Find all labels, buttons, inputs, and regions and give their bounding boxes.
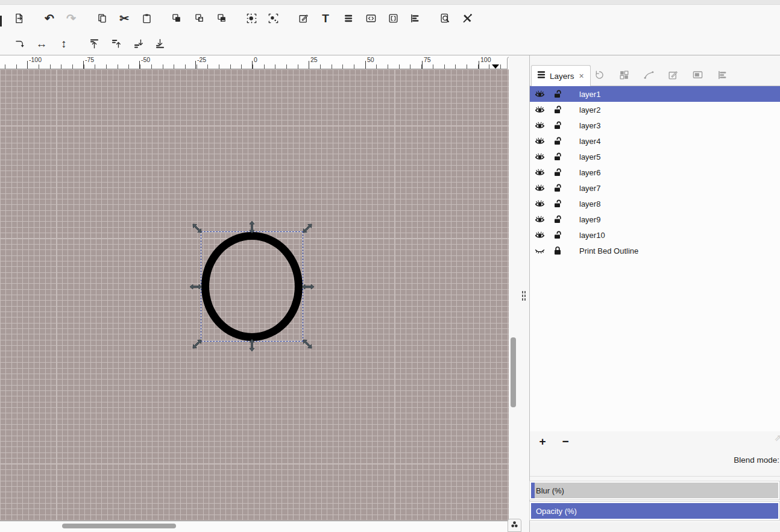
- text-tool-icon[interactable]: T: [319, 12, 332, 24]
- eye-open-icon[interactable]: [535, 167, 545, 178]
- layer-row[interactable]: layer5: [530, 149, 780, 164]
- preferences-icon[interactable]: [461, 12, 473, 24]
- ruler-tick-label: -50: [141, 56, 150, 63]
- eye-open-icon[interactable]: [535, 89, 545, 99]
- layer-row[interactable]: layer7: [530, 180, 780, 196]
- lock-open-icon[interactable]: [552, 136, 562, 146]
- ruler-tick: [309, 61, 309, 69]
- layer-row[interactable]: layer3: [530, 117, 780, 133]
- rotate-90-icon[interactable]: [13, 37, 25, 49]
- layers-dialog-icon[interactable]: [342, 12, 354, 24]
- layer-row[interactable]: Print Bed Outline: [530, 243, 780, 258]
- lock-open-icon[interactable]: [552, 183, 562, 193]
- raise-icon[interactable]: [110, 37, 122, 49]
- canvas[interactable]: [0, 69, 509, 521]
- eye-open-icon[interactable]: [535, 230, 545, 240]
- ruler-tick-label: 25: [310, 56, 318, 63]
- scale-handle-e[interactable]: [301, 280, 315, 293]
- layers-icon: [536, 70, 546, 82]
- lower-icon[interactable]: [132, 37, 144, 49]
- lock-open-icon[interactable]: [552, 105, 562, 115]
- ruler-tick: [139, 61, 140, 69]
- align-panel-icon[interactable]: [717, 69, 729, 81]
- tab-layers[interactable]: Layers ×: [531, 65, 591, 86]
- lower-to-bottom-icon[interactable]: [154, 37, 166, 49]
- fill-stroke-icon[interactable]: [297, 12, 309, 24]
- node-editor-icon[interactable]: [643, 69, 655, 81]
- selected-ellipse-object[interactable]: [201, 232, 303, 341]
- document-import-icon[interactable]: [13, 12, 25, 24]
- cut-icon[interactable]: ✂: [118, 12, 130, 24]
- eye-open-icon[interactable]: [535, 183, 545, 193]
- remove-layer-button[interactable]: −: [558, 434, 573, 449]
- eye-open-icon[interactable]: [535, 136, 545, 146]
- lock-open-icon[interactable]: [552, 89, 562, 99]
- vertical-scrollbar[interactable]: [511, 337, 516, 407]
- layer-row[interactable]: layer9: [530, 211, 780, 227]
- align-distribute-icon[interactable]: [409, 12, 421, 24]
- raise-to-top-icon[interactable]: [88, 37, 100, 49]
- eye-open-icon[interactable]: [535, 120, 545, 131]
- find-replace-icon[interactable]: [439, 12, 451, 24]
- layers-panel: Layers × layer1layer2layer3layer4layer5l…: [529, 55, 780, 532]
- lock-closed-icon[interactable]: [552, 246, 562, 256]
- layer-row[interactable]: layer2: [530, 102, 780, 117]
- scale-handle-s[interactable]: [245, 339, 259, 352]
- close-icon[interactable]: ×: [578, 71, 584, 81]
- copy-icon[interactable]: [96, 12, 108, 24]
- blur-slider-fill: [531, 483, 535, 498]
- ruler-tick: [195, 61, 196, 69]
- eye-closed-icon[interactable]: [535, 246, 545, 256]
- layer-name: layer8: [579, 199, 780, 208]
- redo-icon: ↷: [65, 12, 77, 24]
- layer-row[interactable]: layer4: [530, 133, 780, 149]
- display-icon[interactable]: [692, 69, 704, 81]
- lock-open-icon[interactable]: [552, 167, 562, 178]
- scale-handle-w[interactable]: [189, 280, 203, 293]
- eye-open-icon[interactable]: [535, 199, 545, 209]
- eye-open-icon[interactable]: [535, 105, 545, 115]
- inkscape-window: ↶↷✂T X: − + Y: − + W: − + H: − + mm ↔↕ -…: [0, 0, 780, 532]
- layer-row[interactable]: layer8: [530, 196, 780, 211]
- unlink-clone-icon[interactable]: [215, 12, 227, 24]
- flip-horizontal-icon[interactable]: ↔: [36, 37, 48, 49]
- scale-handle-n[interactable]: [245, 221, 259, 234]
- ruler-tick: [365, 61, 366, 69]
- menu-strip: [0, 0, 780, 5]
- eye-open-icon[interactable]: [535, 152, 545, 162]
- duplicate-icon[interactable]: [170, 12, 182, 24]
- color-management-button[interactable]: [508, 519, 521, 532]
- opacity-slider[interactable]: Opacity (%): [530, 502, 779, 520]
- lock-open-icon[interactable]: [552, 230, 562, 240]
- select-all-icon[interactable]: [245, 12, 257, 24]
- layer-list: layer1layer2layer3layer4layer5layer6laye…: [530, 86, 780, 431]
- history-icon[interactable]: [594, 69, 606, 81]
- paste-icon[interactable]: [140, 12, 153, 24]
- layer-buttons-row: + − ⇗: [530, 433, 780, 451]
- lock-open-icon[interactable]: [552, 152, 562, 162]
- xml-editor-icon[interactable]: [365, 12, 377, 24]
- blend-mode-label: Blend mode:: [530, 455, 779, 469]
- add-layer-button[interactable]: +: [535, 434, 550, 449]
- horizontal-ruler[interactable]: -100-75-50-250255075100: [0, 55, 509, 69]
- layer-row[interactable]: layer6: [530, 164, 780, 180]
- select-touch-icon[interactable]: [267, 12, 279, 24]
- objects-icon[interactable]: [618, 69, 631, 81]
- layer-row[interactable]: layer10: [530, 227, 780, 243]
- layer-row[interactable]: layer1: [530, 86, 780, 102]
- undo-icon[interactable]: ↶: [43, 12, 55, 24]
- eye-open-icon[interactable]: [535, 214, 545, 225]
- object-properties-icon[interactable]: [387, 12, 399, 24]
- clone-icon[interactable]: [193, 12, 205, 24]
- expander-arrow-icon: ⇗: [774, 433, 780, 443]
- ruler-tick-label: 50: [367, 56, 374, 63]
- lock-open-icon[interactable]: [552, 199, 562, 209]
- horizontal-scrollbar[interactable]: [62, 524, 176, 528]
- lock-open-icon[interactable]: [552, 214, 562, 225]
- flip-vertical-icon[interactable]: ↕: [58, 37, 70, 49]
- layer-name: layer10: [579, 231, 780, 240]
- paint-icon[interactable]: [667, 69, 679, 81]
- blur-slider[interactable]: Blur (%): [530, 481, 779, 499]
- lock-open-icon[interactable]: [552, 120, 562, 131]
- panel-resize-grip[interactable]: [521, 290, 526, 301]
